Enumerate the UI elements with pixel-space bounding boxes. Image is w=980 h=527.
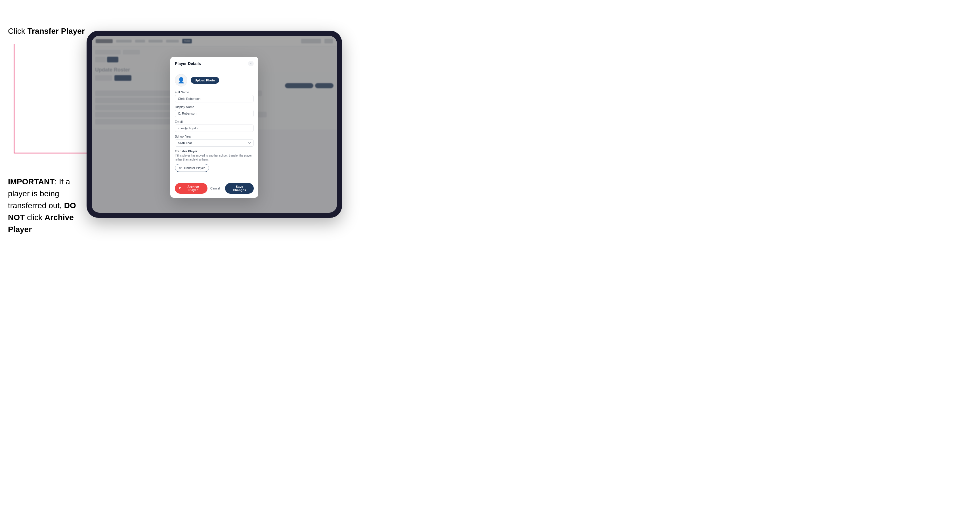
tablet-screen: TEAM: [92, 36, 337, 213]
cancel-button[interactable]: Cancel: [207, 185, 223, 192]
footer-right-actions: Cancel Save Changes: [207, 183, 254, 194]
display-name-input[interactable]: [175, 110, 254, 117]
archive-player-button[interactable]: ⊘ Archive Player: [175, 183, 207, 194]
transfer-player-section: Transfer Player If this player has moved…: [175, 149, 254, 172]
avatar-section: 👤 Upload Photo: [175, 74, 254, 87]
modal-title: Player Details: [175, 61, 201, 66]
archive-btn-label: Archive Player: [183, 185, 204, 192]
transfer-player-button[interactable]: ⟳ Transfer Player: [175, 164, 209, 172]
user-icon: 👤: [178, 77, 185, 84]
transfer-icon: ⟳: [179, 166, 182, 170]
school-year-group: School Year First Year Second Year Third…: [175, 135, 254, 147]
school-year-label: School Year: [175, 135, 254, 138]
transfer-section-description: If this player has moved to another scho…: [175, 154, 254, 162]
modal-overlay: Player Details × 👤: [92, 36, 337, 213]
player-details-modal: Player Details × 👤: [170, 57, 258, 198]
archive-icon: ⊘: [179, 186, 181, 190]
bottom-text2: click: [25, 213, 45, 222]
save-changes-button[interactable]: Save Changes: [225, 183, 254, 194]
upload-photo-button[interactable]: Upload Photo: [191, 77, 219, 84]
transfer-player-btn-label: Transfer Player: [184, 166, 205, 170]
avatar: 👤: [175, 74, 187, 87]
important-label: IMPORTANT: [8, 177, 54, 186]
full-name-input[interactable]: [175, 95, 254, 102]
tablet-device: TEAM: [87, 31, 342, 218]
display-name-label: Display Name: [175, 105, 254, 109]
modal-header: Player Details ×: [170, 57, 258, 70]
display-name-group: Display Name: [175, 105, 254, 117]
modal-close-button[interactable]: ×: [248, 61, 254, 67]
email-group: Email: [175, 120, 254, 132]
school-year-select[interactable]: First Year Second Year Third Year Fourth…: [175, 139, 254, 147]
full-name-label: Full Name: [175, 90, 254, 94]
click-bold: Transfer Player: [27, 27, 84, 35]
transfer-section-title: Transfer Player: [175, 149, 254, 153]
bottom-instruction: IMPORTANT: If a player is being transfer…: [8, 176, 84, 235]
email-label: Email: [175, 120, 254, 123]
email-input[interactable]: [175, 124, 254, 132]
modal-footer: ⊘ Archive Player Cancel Save Changes: [170, 180, 258, 198]
modal-body: 👤 Upload Photo Full Name: [170, 70, 258, 180]
instruction-area: Click Transfer Player: [8, 25, 88, 37]
click-instruction: Click Transfer Player: [8, 25, 88, 37]
full-name-group: Full Name: [175, 90, 254, 102]
